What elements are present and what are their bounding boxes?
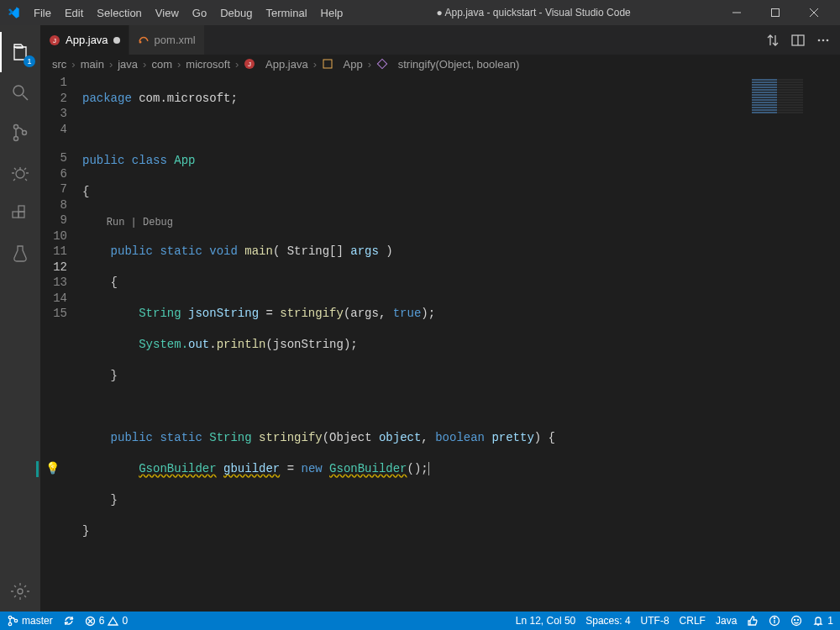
menu-go[interactable]: Go — [186, 3, 213, 23]
vscode-logo-icon — [7, 6, 20, 19]
breadcrumb-item[interactable]: main — [81, 58, 104, 71]
maximize-button[interactable] — [756, 0, 795, 25]
tab-actions — [756, 25, 840, 55]
svg-rect-1 — [772, 9, 780, 17]
svg-point-20 — [822, 39, 825, 41]
menu-help[interactable]: Help — [314, 3, 350, 23]
menu-selection[interactable]: Selection — [90, 3, 148, 23]
svg-point-9 — [16, 170, 24, 178]
breadcrumb-item[interactable]: microsoft — [186, 58, 230, 71]
line-numbers: 1234 56789101112131415 — [40, 73, 82, 612]
menu-edit[interactable]: Edit — [58, 3, 90, 23]
lightbulb-icon[interactable]: 💡 — [45, 461, 60, 477]
svg-point-19 — [818, 39, 821, 41]
breadcrumb-item[interactable]: stringify(Object, boolean) — [398, 58, 520, 71]
tab-dirty-indicator — [113, 37, 120, 44]
svg-text:J: J — [53, 37, 56, 45]
status-problems[interactable]: 6 0 — [85, 615, 128, 627]
status-branch[interactable]: master — [7, 615, 53, 627]
svg-point-8 — [23, 131, 27, 135]
modified-line-indicator — [36, 461, 39, 477]
status-sync[interactable] — [63, 615, 75, 627]
activity-source-control[interactable] — [0, 113, 40, 153]
svg-rect-12 — [18, 206, 24, 212]
menu-debug[interactable]: Debug — [213, 3, 259, 23]
activity-search[interactable] — [0, 72, 40, 113]
status-bar: master 6 0 Ln 12, Col 50 Spaces: 4 UTF-8… — [0, 612, 840, 630]
svg-point-28 — [14, 619, 17, 622]
more-actions-icon[interactable] — [816, 34, 830, 47]
status-indentation[interactable]: Spaces: 4 — [585, 615, 630, 627]
code-editor[interactable]: 1234 56789101112131415 package com.micro… — [40, 73, 840, 612]
activity-bar: 1 — [0, 25, 40, 612]
tab-label: pom.xml — [155, 34, 196, 46]
breadcrumb-item[interactable]: src — [52, 58, 66, 71]
breadcrumb-item[interactable]: App — [344, 58, 363, 71]
svg-point-34 — [774, 617, 775, 618]
menubar: File Edit Selection View Go Debug Termin… — [27, 3, 349, 23]
editor-tabs: J App.java pom.xml — [40, 25, 840, 55]
breadcrumb-item[interactable]: com — [151, 58, 172, 71]
window-controls — [717, 0, 833, 25]
svg-rect-10 — [13, 212, 18, 218]
window-title: ● App.java - quickstart - Visual Studio … — [349, 7, 717, 18]
java-file-icon: J — [49, 34, 60, 46]
breadcrumbs[interactable]: src› main› java› com› microsoft› J App.j… — [40, 55, 840, 73]
editor-area: J App.java pom.xml src› main› java› com›… — [40, 25, 840, 612]
svg-line-5 — [23, 95, 28, 100]
svg-point-13 — [18, 589, 23, 594]
svg-rect-25 — [377, 59, 386, 68]
status-encoding[interactable]: UTF-8 — [641, 615, 669, 627]
status-feedback-icon[interactable] — [790, 615, 802, 627]
svg-text:J: J — [248, 60, 251, 68]
menu-terminal[interactable]: Terminal — [259, 3, 313, 23]
java-file-icon: J — [244, 58, 255, 70]
text-cursor — [428, 462, 429, 475]
svg-point-26 — [8, 616, 11, 618]
code-lines[interactable]: package com.microsoft; public class App … — [82, 73, 748, 612]
svg-point-37 — [798, 620, 799, 621]
menu-view[interactable]: View — [149, 3, 186, 23]
svg-rect-11 — [18, 212, 24, 218]
explorer-badge: 1 — [24, 55, 35, 67]
menu-file[interactable]: File — [27, 3, 58, 23]
activity-debug[interactable] — [0, 153, 40, 193]
tab-app-java[interactable]: J App.java — [40, 25, 129, 55]
svg-point-36 — [795, 620, 795, 621]
svg-point-27 — [8, 622, 11, 625]
tab-label: App.java — [66, 34, 108, 46]
xml-file-icon — [138, 34, 150, 46]
minimize-button[interactable] — [717, 0, 756, 25]
svg-point-35 — [792, 617, 801, 626]
close-button[interactable] — [795, 0, 833, 25]
split-editor-icon[interactable] — [791, 34, 805, 47]
method-icon — [376, 58, 388, 70]
titlebar: File Edit Selection View Go Debug Termin… — [0, 0, 840, 25]
status-language[interactable]: Java — [716, 615, 737, 627]
status-thumbs-up-icon[interactable] — [747, 615, 759, 627]
svg-point-7 — [14, 137, 18, 141]
status-info-icon[interactable] — [769, 615, 780, 627]
activity-settings[interactable] — [0, 571, 40, 612]
status-cursor-position[interactable]: Ln 12, Col 50 — [516, 615, 575, 627]
svg-point-6 — [14, 125, 18, 129]
activity-test[interactable] — [0, 234, 40, 274]
minimap[interactable] — [748, 73, 840, 612]
breadcrumb-item[interactable]: App.java — [265, 58, 308, 71]
svg-point-21 — [827, 39, 829, 41]
tab-pom-xml[interactable]: pom.xml — [129, 25, 205, 55]
status-notifications[interactable]: 1 — [812, 615, 833, 627]
status-eol[interactable]: CRLF — [680, 615, 706, 627]
breadcrumb-item[interactable]: java — [118, 58, 138, 71]
activity-extensions[interactable] — [0, 193, 40, 234]
svg-point-16 — [139, 40, 141, 43]
codelens-run-debug[interactable]: Run | Debug — [107, 217, 173, 228]
compare-changes-icon[interactable] — [766, 34, 780, 47]
activity-explorer[interactable]: 1 — [0, 32, 40, 72]
class-icon — [322, 58, 333, 70]
svg-point-4 — [13, 86, 24, 96]
svg-rect-24 — [323, 60, 332, 68]
